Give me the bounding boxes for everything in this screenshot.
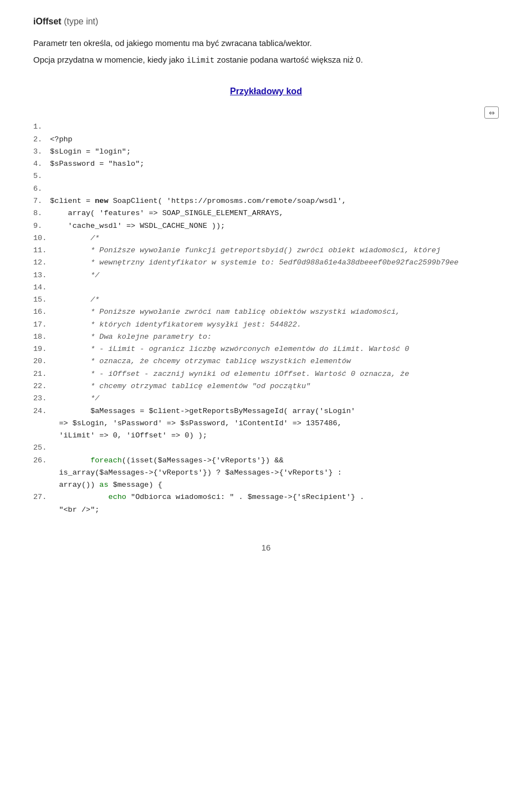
line-content-11: * Poniższe wywołanie funkcji getreportsb… xyxy=(54,244,499,257)
line-num-27: 27. xyxy=(33,491,54,503)
line-num-6: 6. xyxy=(33,183,50,195)
line-content-17: * których identyfikatorem wysyłki jest: … xyxy=(54,319,499,331)
code-line-11: 11. * Poniższe wywołanie funkcji getrepo… xyxy=(33,244,499,257)
line-content-27: echo "Odbiorca wiadomości: " . $message-… xyxy=(54,491,499,516)
line-content-22: * chcemy otrzymać tablicę elementów "od … xyxy=(54,380,499,393)
line-num-24: 24. xyxy=(33,405,54,417)
line-num-5: 5. xyxy=(33,170,50,182)
code-line-19: 19. * - iLimit - ogranicz liczbę wzwórco… xyxy=(33,343,499,355)
line-content-16: * Poniższe wywołanie zwróci nam tablicę … xyxy=(54,306,499,318)
line-num-21: 21. xyxy=(33,368,54,380)
line-content-20: * oznacza, że chcemy otrzymac tablicę ws… xyxy=(54,355,499,368)
line-content-23: */ xyxy=(54,393,499,405)
header-title: iOffset (type int) xyxy=(33,17,499,27)
description-block: Parametr ten określa, od jakiego momentu… xyxy=(33,37,499,67)
line-content-13: */ xyxy=(54,269,499,282)
line-num-4: 4. xyxy=(33,158,50,170)
line-num-2: 2. xyxy=(33,134,50,146)
line-num-18: 18. xyxy=(33,331,54,343)
page-footer: 16 xyxy=(33,543,499,552)
code-line-9: 9. 'cache_wsdl' => WSDL_CACHE_NONE )); xyxy=(33,220,499,232)
line-content-15: /* xyxy=(54,294,499,306)
type-info: (type int) xyxy=(64,17,98,26)
line-content-10: /* xyxy=(54,232,499,244)
line-content-18: * Dwa kolejne parametry to: xyxy=(54,331,499,343)
code-line-7: 7. $client = new SoapClient( 'https://pr… xyxy=(33,195,499,207)
line-num-8: 8. xyxy=(33,207,50,220)
line-content-4: $sPassword = "haslo"; xyxy=(50,158,499,170)
code-line-26: 26. foreach((isset($aMessages->{'vReport… xyxy=(33,455,499,492)
line-num-1: 1. xyxy=(33,121,50,133)
line-content-12: * wewnętrzny identyfikator w systemie to… xyxy=(54,257,499,269)
line-num-26: 26. xyxy=(33,455,54,467)
code-line-2: 2. <?php xyxy=(33,134,499,146)
line-num-25: 25. xyxy=(33,442,54,454)
line-num-9: 9. xyxy=(33,220,50,232)
line-content-3: $sLogin = "login"; xyxy=(50,146,499,158)
code-line-4: 4. $sPassword = "haslo"; xyxy=(33,158,499,170)
code-line-27: 27. echo "Odbiorca wiadomości: " . $mess… xyxy=(33,491,499,516)
code-line-14: 14. xyxy=(33,282,499,294)
code-line-1: 1. xyxy=(33,121,499,133)
code-line-22: 22. * chcemy otrzymać tablicę elementów … xyxy=(33,380,499,393)
desc-line-2: Opcja przydatna w momencie, kiedy jako i… xyxy=(33,53,499,67)
expand-icon[interactable]: ⇔ xyxy=(484,106,499,119)
line-num-7: 7. xyxy=(33,195,50,207)
page-number: 16 xyxy=(262,543,271,552)
line-content-8: array( 'features' => SOAP_SINGLE_ELEMENT… xyxy=(50,207,499,220)
line-num-20: 20. xyxy=(33,355,54,368)
section-title-link[interactable]: Przykładowy kod xyxy=(230,86,302,96)
line-num-12: 12. xyxy=(33,257,54,269)
line-num-15: 15. xyxy=(33,294,54,306)
code-line-16: 16. * Poniższe wywołanie zwróci nam tabl… xyxy=(33,306,499,318)
line-content-9: 'cache_wsdl' => WSDL_CACHE_NONE )); xyxy=(50,220,499,232)
code-line-5: 5. xyxy=(33,170,499,182)
code-block: 1. 2. <?php 3. $sLogin = "login"; 4. $sP… xyxy=(33,121,499,516)
title-text: iOffset xyxy=(33,17,62,26)
code-line-10: 10. /* xyxy=(33,232,499,244)
line-num-19: 19. xyxy=(33,343,54,355)
code-line-21: 21. * - iOffset - zacznij wyniki od elem… xyxy=(33,368,499,380)
code-line-25: 25. xyxy=(33,442,499,454)
code-line-15: 15. /* xyxy=(33,294,499,306)
code-line-20: 20. * oznacza, że chcemy otrzymac tablic… xyxy=(33,355,499,368)
line-content-7: $client = new SoapClient( 'https://promo… xyxy=(50,195,499,207)
code-line-23: 23. */ xyxy=(33,393,499,405)
line-num-17: 17. xyxy=(33,319,54,331)
code-line-24: 24. $aMessages = $client->getReportsByMe… xyxy=(33,405,499,442)
inline-code-ilimit: iLimit xyxy=(187,56,214,65)
section-title: Przykładowy kod xyxy=(33,86,499,96)
desc-line-1: Parametr ten określa, od jakiego momentu… xyxy=(33,37,499,50)
code-line-13: 13. */ xyxy=(33,269,499,282)
line-num-10: 10. xyxy=(33,232,54,244)
line-content-26: foreach((isset($aMessages->{'vReports'})… xyxy=(54,455,499,492)
line-content-21: * - iOffset - zacznij wyniki od elementu… xyxy=(54,368,499,380)
line-num-16: 16. xyxy=(33,306,54,318)
line-num-11: 11. xyxy=(33,244,54,257)
line-num-23: 23. xyxy=(33,393,54,405)
line-num-3: 3. xyxy=(33,146,50,158)
code-line-8: 8. array( 'features' => SOAP_SINGLE_ELEM… xyxy=(33,207,499,220)
line-content-19: * - iLimit - ogranicz liczbę wzwórconych… xyxy=(54,343,499,355)
code-line-3: 3. $sLogin = "login"; xyxy=(33,146,499,158)
line-num-13: 13. xyxy=(33,269,54,282)
line-content-2: <?php xyxy=(50,134,499,146)
code-line-12: 12. * wewnętrzny identyfikator w systemi… xyxy=(33,257,499,269)
line-num-14: 14. xyxy=(33,282,54,294)
code-line-17: 17. * których identyfikatorem wysyłki je… xyxy=(33,319,499,331)
line-num-22: 22. xyxy=(33,380,54,393)
expand-icon-area: ⇔ xyxy=(33,106,499,119)
code-line-6: 6. xyxy=(33,183,499,195)
code-line-18: 18. * Dwa kolejne parametry to: xyxy=(33,331,499,343)
line-content-24: $aMessages = $client->getReportsByMessag… xyxy=(54,405,499,442)
